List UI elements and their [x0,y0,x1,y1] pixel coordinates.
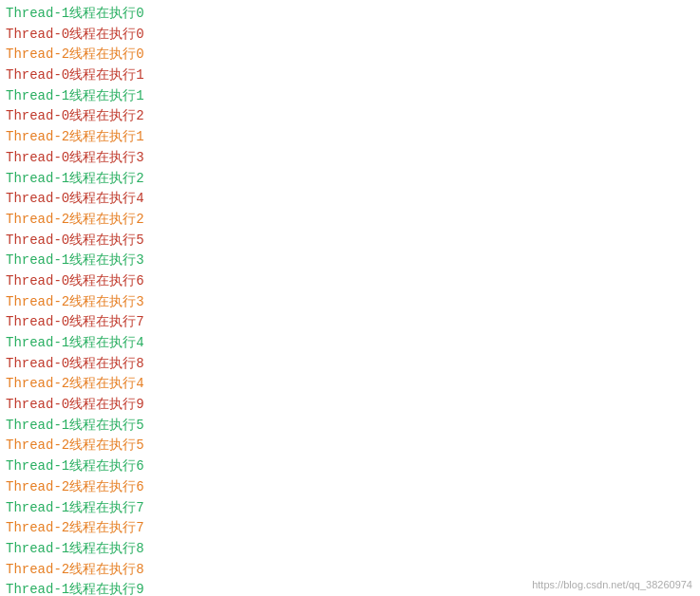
log-line: Thread-2线程在执行1 [6,127,694,148]
log-line: Thread-0线程在执行6 [6,271,694,292]
log-line: Thread-0线程在执行8 [6,354,694,375]
log-line: Thread-1线程在执行8 [6,539,694,560]
log-line: Thread-0线程在执行2 [6,106,694,127]
log-line: Thread-2线程在执行3 [6,292,694,313]
log-line: Thread-2线程在执行0 [6,45,694,65]
log-line: Thread-0线程在执行7 [6,312,694,333]
log-line: Thread-1线程在执行6 [6,456,694,477]
log-line: Thread-0线程在执行4 [6,189,694,210]
log-line: Thread-2线程在执行4 [6,374,694,395]
log-line: Thread-2线程在执行7 [6,518,694,539]
log-line: Thread-1线程在执行5 [6,416,694,437]
log-line: Thread-2线程在执行5 [6,436,694,456]
log-line: Thread-1线程在执行4 [6,333,694,354]
log-line: Thread-2线程在执行8 [6,560,694,581]
log-line: Thread-0线程在执行3 [6,148,694,169]
log-container: Thread-1线程在执行0Thread-0线程在执行0Thread-2线程在执… [6,4,694,596]
log-line: Thread-1线程在执行1 [6,86,694,107]
log-line: Thread-1线程在执行2 [6,169,694,190]
log-line: Thread-2线程在执行2 [6,210,694,231]
watermark: https://blog.csdn.net/qq_38260974 [532,579,692,590]
log-line: Thread-1线程在执行7 [6,498,694,519]
log-line: Thread-1线程在执行0 [6,4,694,25]
log-line: Thread-0线程在执行0 [6,25,694,46]
log-line: Thread-0线程在执行5 [6,231,694,251]
log-line: Thread-0线程在执行1 [6,65,694,86]
log-line: Thread-1线程在执行3 [6,251,694,271]
log-line: Thread-0线程在执行9 [6,395,694,416]
log-line: Thread-2线程在执行6 [6,477,694,498]
